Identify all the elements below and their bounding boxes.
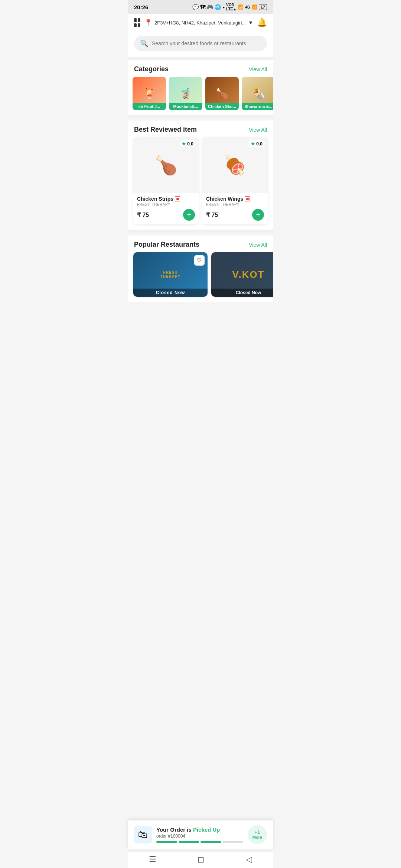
non-veg-icon-2 [245,196,250,201]
game-icon: 🎮 [207,4,213,10]
search-input[interactable] [152,40,261,46]
chicken-wings-info: Chicken Wings FRESH THERAPY ₹ 75 + [202,193,268,224]
restaurant-card-vkot[interactable]: V.KOT Closed Now [211,252,273,297]
location-area[interactable]: 📍 2F3V+HG8, NH42, Khazipet, Venkatagiri.… [144,19,253,27]
item-card-chicken-wings[interactable]: 🍖 ★ 0.0 Chicken Wings FRESH THERAPY ₹ 75… [202,137,268,224]
category-label-fruit-juice: sh Fruit J... [133,103,166,110]
status-time: 20:26 [134,4,148,10]
add-chicken-wings-button[interactable]: + [252,209,264,221]
non-veg-icon [175,196,180,201]
chat-icon: 💬 [192,4,199,10]
category-item-fruit-juice[interactable]: 🍹 sh Fruit J... [133,77,166,110]
browser-icon: 🌐 [215,4,221,10]
items-grid: 🍗 ★ 0.0 Chicken Strips FRESH THERAPY ₹ 7… [128,137,273,230]
restaurant-img-fresh-therapy: FRESHTHERAPY ♡ Closed Now [133,252,208,297]
best-reviewed-header: Best Reviewed item View All [128,121,273,137]
maps-icon: 🗺 [200,4,205,10]
item-card-chicken-strips[interactable]: 🍗 ★ 0.0 Chicken Strips FRESH THERAPY ₹ 7… [133,137,199,224]
item-image-chicken-wings: 🍖 ★ 0.0 [202,137,268,193]
chevron-down-icon: ▼ [248,20,253,26]
add-chicken-strips-button[interactable]: + [183,209,195,221]
restaurant-name-display-vkot: V.KOT [211,267,273,282]
network-bars: 📶 [238,4,244,10]
chicken-wings-img: 🍖 [224,154,247,176]
search-icon: 🔍 [140,39,148,47]
restaurant-card-fresh-therapy[interactable]: FRESHTHERAPY ♡ Closed Now [133,252,208,297]
category-item-shawarma[interactable]: 🌯 Shawarma &... [242,77,273,110]
chicken-strips-restaurant: FRESH THERAPY [137,203,195,207]
category-label-shawarma: Shawarma &... [242,103,273,110]
category-item-mocktails[interactable]: 🧋 Mocktails&... [169,77,202,110]
popular-restaurants-view-all[interactable]: View All [249,242,267,248]
restaurant-img-vkot: V.KOT Closed Now [211,252,273,297]
location-pin-icon: 📍 [144,19,152,27]
status-icons: 💬 🗺 🎮 🌐 ● VODLTE▲ 📶 4G 📶 17 [192,3,267,11]
dot-icon: ● [222,5,225,9]
best-reviewed-title: Best Reviewed item [134,126,197,134]
categories-section: Categories View All 🍹 sh Fruit J... 🧋 Mo… [128,60,273,115]
popular-restaurants-title: Popular Restaurants [134,241,199,249]
search-bar[interactable]: 🔍 [134,36,267,51]
signal-icon: VODLTE▲ [226,3,237,11]
grid-menu-icon[interactable] [134,18,140,27]
chicken-strips-price: ₹ 75 [137,211,149,218]
header: 📍 2F3V+HG8, NH42, Khazipet, Venkatagiri.… [128,14,273,33]
restaurant-status-vkot: Closed Now [211,289,273,297]
bell-icon[interactable]: 🔔 [257,18,267,27]
popular-restaurants-header: Popular Restaurants View All [128,236,273,252]
favorite-button-fresh-therapy[interactable]: ♡ [194,255,205,266]
chicken-strips-bottom: ₹ 75 + [137,209,195,221]
network-bars-2: 📶 [252,4,257,10]
best-reviewed-section: Best Reviewed item View All 🍗 ★ 0.0 Chic… [128,121,273,230]
star-icon: ★ [182,141,186,147]
sim-icon: 4G [245,5,250,9]
category-item-chicken-starters[interactable]: 🍗 Chicken Star... [205,77,239,110]
chicken-strips-img: 🍗 [154,154,177,176]
chicken-wings-restaurant: FRESH THERAPY [206,203,264,207]
star-icon-2: ★ [251,141,255,147]
status-bar: 20:26 💬 🗺 🎮 🌐 ● VODLTE▲ 📶 4G 📶 17 [128,0,273,14]
chicken-wings-name: Chicken Wings [206,196,264,202]
restaurant-status-fresh-therapy: Closed Now [133,289,208,297]
search-container: 🔍 [128,33,273,57]
category-label-chicken-starters: Chicken Star... [205,103,239,110]
chicken-wings-bottom: ₹ 75 + [206,209,264,221]
categories-title: Categories [134,65,169,73]
categories-view-all[interactable]: View All [249,66,267,72]
chicken-strips-info: Chicken Strips FRESH THERAPY ₹ 75 + [133,193,199,224]
chicken-wings-rating: ★ 0.0 [248,140,265,147]
location-text: 2F3V+HG8, NH42, Khazipet, Venkatagiri... [154,20,246,26]
item-image-chicken-strips: 🍗 ★ 0.0 [133,137,199,193]
categories-header: Categories View All [128,60,273,77]
category-label-mocktails: Mocktails&... [169,103,202,110]
battery-icon: 17 [259,4,267,10]
categories-scroll: 🍹 sh Fruit J... 🧋 Mocktails&... 🍗 Chicke… [128,77,273,110]
popular-restaurants-section: Popular Restaurants View All FRESHTHERAP… [128,236,273,302]
chicken-strips-name: Chicken Strips [137,196,195,202]
chicken-strips-rating: ★ 0.0 [179,140,196,147]
best-reviewed-view-all[interactable]: View All [249,127,267,133]
restaurants-scroll: FRESHTHERAPY ♡ Closed Now V.KOT Closed N… [128,252,273,302]
restaurant-name-display-fresh: FRESHTHERAPY [133,269,208,280]
chicken-wings-price: ₹ 75 [206,211,218,218]
